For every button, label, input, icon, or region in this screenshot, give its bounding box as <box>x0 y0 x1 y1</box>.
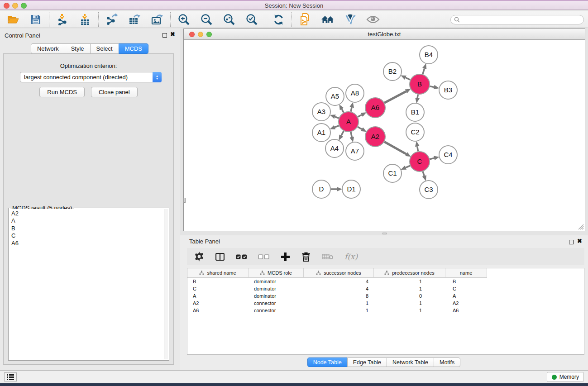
zoom-selected-button[interactable] <box>245 13 258 26</box>
table-row[interactable]: Bdominator41B <box>187 278 584 285</box>
zoom-in-button[interactable] <box>177 13 191 26</box>
open-session-button[interactable] <box>6 13 20 26</box>
graph-edge-B-B2[interactable] <box>406 78 410 80</box>
zoom-fit-button[interactable] <box>222 13 236 26</box>
import-table-button[interactable] <box>78 13 92 26</box>
result-list-item[interactable]: C <box>11 232 163 239</box>
close-table-panel-icon[interactable]: ✖ <box>577 238 582 244</box>
tab-mcds[interactable]: MCDS <box>119 43 148 54</box>
result-list-scrollbar[interactable] <box>164 209 168 359</box>
select-all-columns-button[interactable] <box>236 251 247 262</box>
vizmapper-button[interactable] <box>344 13 357 26</box>
table-row[interactable]: A6connector11A6 <box>187 307 584 314</box>
graph-edge-B-B4[interactable] <box>423 69 425 74</box>
graph-node-C1[interactable]: C1 <box>383 164 402 182</box>
delete-table-button[interactable] <box>322 251 334 262</box>
graph-node-A[interactable]: A <box>339 112 359 132</box>
graph-node-D[interactable]: D <box>312 180 330 198</box>
table-options-gear-button[interactable] <box>194 251 204 262</box>
optimization-criterion-select[interactable]: largest connected component (directed) ▲… <box>20 72 162 82</box>
export-image-button[interactable] <box>150 13 164 26</box>
run-mcds-button[interactable]: Run MCDS <box>39 87 85 97</box>
import-network-button[interactable] <box>56 13 69 26</box>
close-panel-button[interactable]: Close panel <box>91 87 138 97</box>
result-list-item[interactable]: A <box>11 217 163 224</box>
graph-edge-A-A1[interactable] <box>335 126 339 128</box>
result-list-item[interactable]: A2 <box>11 210 163 217</box>
table-row[interactable]: Adominator80A <box>187 292 584 300</box>
graph-node-B[interactable]: B <box>410 74 430 94</box>
result-list-item[interactable]: A6 <box>11 240 163 247</box>
splitter-grab-handle[interactable] <box>382 233 387 234</box>
float-panel-icon[interactable] <box>163 33 167 38</box>
new-network-from-selection-button[interactable] <box>298 13 312 26</box>
graph-edge-A-A4[interactable] <box>341 131 344 135</box>
graph-node-A4[interactable]: A4 <box>325 139 344 157</box>
close-panel-icon[interactable]: ✖ <box>170 31 175 38</box>
network-canvas[interactable]: B4B2BB3A8A5A6A3B1AA1C2A2A4A7C4CC1C3DD1 <box>184 40 585 231</box>
graph-edge-A-A6[interactable] <box>358 115 362 117</box>
graph-edge-C-C3[interactable] <box>423 172 424 176</box>
graph-node-D1[interactable]: D1 <box>342 180 360 198</box>
graph-edge-A2-C[interactable] <box>384 142 406 154</box>
graph-node-A6[interactable]: A6 <box>365 98 385 118</box>
graph-edge-B-B1[interactable] <box>417 95 418 98</box>
column-header[interactable]: shared name <box>187 268 249 278</box>
tab-network-table[interactable]: Network Table <box>387 357 434 367</box>
column-header[interactable]: name <box>445 268 487 278</box>
graph-node-B3[interactable]: B3 <box>439 81 457 99</box>
result-list-item[interactable]: B <box>11 225 163 232</box>
network-window-titlebar[interactable]: testGlobe.txt <box>184 29 585 40</box>
graph-node-B2[interactable]: B2 <box>383 62 402 81</box>
unselect-all-columns-button[interactable] <box>258 251 269 262</box>
window-resize-grip[interactable] <box>577 223 584 230</box>
graph-node-A5[interactable]: A5 <box>326 87 344 105</box>
tab-motifs[interactable]: Motifs <box>434 357 460 367</box>
table-row[interactable]: A2connector11A2 <box>187 300 584 307</box>
graph-edge-C-C1[interactable] <box>406 166 410 167</box>
zoom-out-button[interactable] <box>200 13 213 26</box>
export-table-button[interactable] <box>128 13 141 26</box>
graph-node-C2[interactable]: C2 <box>406 123 424 141</box>
graph-edge-A-A8[interactable] <box>351 107 352 111</box>
show-hide-graphics-button[interactable] <box>366 13 380 26</box>
graph-edge-A-A7[interactable] <box>351 132 352 137</box>
graph-node-C3[interactable]: C3 <box>420 181 438 199</box>
save-session-button[interactable] <box>29 13 43 26</box>
tab-network[interactable]: Network <box>31 43 65 54</box>
function-builder-button[interactable]: f(x) <box>344 251 358 262</box>
graph-edge-A-A2[interactable] <box>358 127 362 129</box>
window-edge-handle[interactable] <box>183 198 186 203</box>
table-row[interactable]: Cdominator41C <box>187 285 584 292</box>
create-new-column-button[interactable] <box>280 251 290 262</box>
tab-edge-table[interactable]: Edge Table <box>347 357 387 367</box>
delete-columns-button[interactable] <box>301 251 311 262</box>
tab-node-table[interactable]: Node Table <box>307 357 348 367</box>
float-table-panel-icon[interactable] <box>569 240 574 244</box>
graph-node-B4[interactable]: B4 <box>420 46 438 64</box>
graph-edge-C-C4[interactable] <box>430 158 434 159</box>
horizontal-splitter[interactable] <box>180 231 588 235</box>
graph-node-A3[interactable]: A3 <box>312 103 330 121</box>
refresh-layout-button[interactable] <box>272 13 285 26</box>
graph-edge-A6-B[interactable] <box>384 91 406 103</box>
graph-node-A1[interactable]: A1 <box>312 124 330 142</box>
home-button[interactable] <box>321 13 335 26</box>
graph-node-A8[interactable]: A8 <box>346 84 364 102</box>
graph-edge-A-A3[interactable] <box>335 117 339 118</box>
search-input[interactable] <box>450 15 584 24</box>
show-column-panel-button[interactable] <box>215 251 225 262</box>
tab-select[interactable]: Select <box>90 43 119 54</box>
graph-edge-C-C2[interactable] <box>417 147 418 152</box>
column-header[interactable]: successor nodes <box>304 268 374 278</box>
graph-node-B1[interactable]: B1 <box>406 103 424 121</box>
graph-node-A2[interactable]: A2 <box>365 127 385 147</box>
column-header[interactable]: predecessor nodes <box>374 268 445 278</box>
memory-button[interactable]: Memory <box>547 372 584 382</box>
graph-node-C[interactable]: C <box>410 152 430 172</box>
graph-node-A7[interactable]: A7 <box>346 142 364 160</box>
tab-style[interactable]: Style <box>65 43 91 54</box>
task-history-button[interactable] <box>4 372 17 381</box>
graph-edge-B-B3[interactable] <box>430 86 434 87</box>
export-network-button[interactable] <box>105 13 119 26</box>
